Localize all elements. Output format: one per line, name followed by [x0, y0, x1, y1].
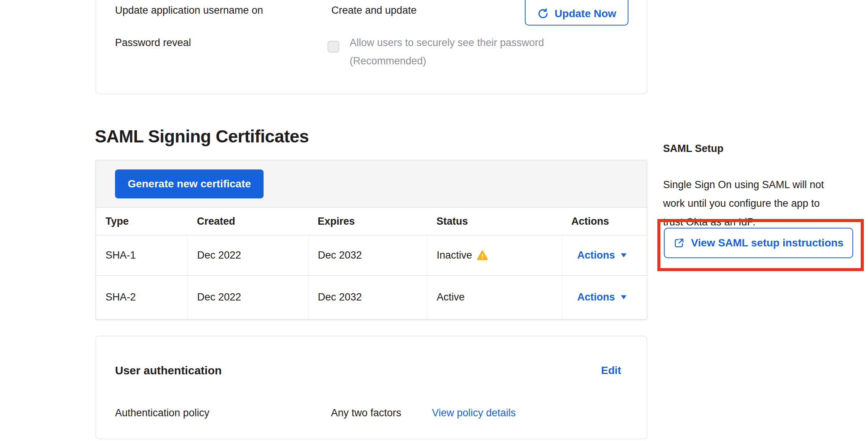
certificates-toolbar: Generate new certificate — [96, 160, 647, 208]
cert-status: Inactive — [437, 249, 472, 261]
view-policy-details-link[interactable]: View policy details — [432, 407, 516, 419]
saml-certificates-heading: SAML Signing Certificates — [95, 126, 309, 146]
cert-expires: Dec 2032 — [308, 276, 427, 319]
password-reveal-checkbox-text: Allow users to securely see their passwo… — [350, 37, 544, 49]
saml-setup-heading: SAML Setup — [663, 142, 724, 155]
edit-link[interactable]: Edit — [601, 364, 621, 377]
warning-icon — [477, 250, 488, 261]
update-now-button[interactable]: Update Now — [525, 0, 628, 26]
column-header-status: Status — [427, 208, 562, 235]
credentials-details-panel: Update application username on Create an… — [96, 0, 647, 94]
user-authentication-panel: User authentication Edit Authentication … — [96, 336, 647, 439]
cert-expires: Dec 2032 — [308, 235, 427, 276]
cert-status: Active — [437, 291, 465, 303]
external-link-icon — [673, 237, 685, 249]
certificate-row-sha1: SHA-1 Dec 2022 Dec 2032 Inactive — [96, 235, 647, 276]
authentication-policy-value: Any two factors — [331, 407, 401, 419]
chevron-down-icon — [620, 253, 627, 258]
password-reveal-label: Password reveal — [115, 37, 191, 49]
cert-actions-dropdown[interactable]: Actions — [572, 249, 627, 261]
sign-on-settings-page: Update application username on Create an… — [0, 0, 868, 441]
authentication-policy-label: Authentication policy — [115, 407, 209, 419]
user-authentication-heading: User authentication — [115, 364, 222, 377]
cert-type: SHA-1 — [96, 235, 187, 276]
password-reveal-checkbox-subtext: (Recommended) — [350, 55, 426, 67]
cert-created: Dec 2022 — [187, 276, 308, 319]
column-header-created: Created — [187, 208, 308, 235]
column-header-type: Type — [96, 208, 187, 235]
cert-created: Dec 2022 — [187, 235, 308, 276]
refresh-icon — [537, 8, 549, 20]
password-reveal-checkbox[interactable] — [328, 41, 339, 53]
cert-actions-label: Actions — [577, 291, 615, 303]
certificate-row-sha2: SHA-2 Dec 2022 Dec 2032 Active Actions — [96, 276, 647, 319]
column-header-expires: Expires — [308, 208, 427, 235]
column-header-actions: Actions — [562, 208, 647, 235]
saml-certificates-card: Generate new certificate Type Created Ex… — [96, 160, 647, 320]
update-username-label: Update application username on — [115, 4, 263, 16]
cert-actions-label: Actions — [577, 249, 615, 261]
view-saml-setup-instructions-label: View SAML setup instructions — [691, 237, 843, 249]
view-saml-setup-instructions-button[interactable]: View SAML setup instructions — [664, 228, 853, 258]
cert-actions-dropdown[interactable]: Actions — [572, 291, 627, 303]
chevron-down-icon — [620, 295, 627, 300]
generate-certificate-button[interactable]: Generate new certificate — [115, 169, 264, 198]
certificates-table-header-row: Type Created Expires Status Actions — [96, 208, 647, 235]
certificates-table: Type Created Expires Status Actions SHA-… — [96, 208, 647, 319]
update-username-value: Create and update — [331, 4, 417, 16]
cert-type: SHA-2 — [96, 276, 187, 319]
update-now-label: Update Now — [555, 8, 616, 20]
